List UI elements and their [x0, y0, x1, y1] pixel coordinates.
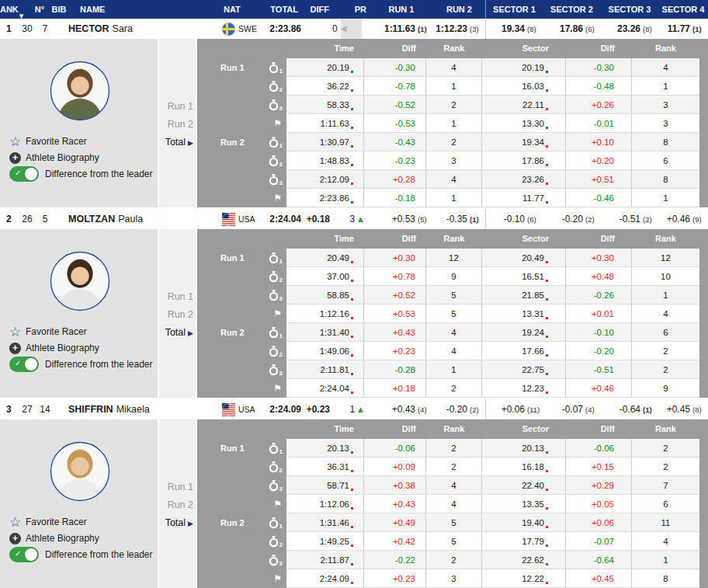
- start-number-value: 30: [19, 19, 36, 39]
- run2-tab[interactable]: Run 2: [165, 116, 193, 134]
- sector-cell: 21.85: [482, 286, 566, 304]
- header-name[interactable]: NAME: [70, 0, 220, 19]
- sector-diff-cell: +0.45: [566, 569, 632, 588]
- header-diff[interactable]: DIFF: [303, 0, 332, 19]
- sweden-flag-icon: [222, 23, 235, 36]
- trend-dot: [546, 489, 548, 491]
- split-time-row: 2 ⚑ 1:48.83 -0.23 3 17.86 +0.20 6: [197, 151, 708, 170]
- sector-rank-cell: 1: [632, 189, 699, 207]
- run2-cell: 1:12.23(3): [433, 19, 485, 39]
- header-bib[interactable]: BIB: [48, 0, 70, 19]
- header-sector2[interactable]: SECTOR 2: [543, 0, 601, 19]
- split-times-header: Time Diff Rank Sector Diff Rank: [197, 39, 708, 58]
- trend-dot: [351, 451, 353, 454]
- trend-dot: [351, 582, 353, 584]
- run2-tab[interactable]: Run 2: [165, 496, 193, 514]
- time-cell: 37.00: [286, 267, 364, 286]
- sector-cell: 22.62: [482, 551, 566, 569]
- racer-detail-panel: ☆Favorite Racer +Athlete Biography ✓Diff…: [0, 229, 708, 398]
- total-tab[interactable]: Total▶: [165, 134, 193, 152]
- time-cell: 2:11.87: [286, 551, 364, 569]
- toggle-knob: [25, 358, 37, 371]
- nation-cell: USA: [220, 399, 262, 419]
- racer-summary-row[interactable]: 2 26 5 MOLTZANPaula USA 2:24.04 +0.18 3▲…: [0, 209, 708, 229]
- run2-tab[interactable]: Run 2: [165, 306, 193, 324]
- split-time-row: 3 ⚑ 2:12.09 +0.28 4 23.26 +0.51 8: [197, 170, 708, 189]
- total-tab[interactable]: Total▶: [165, 324, 193, 343]
- sector-rank-cell: 6: [632, 151, 699, 170]
- split-time-row: 2 ⚑ 37.00 +0.78 9 16.51 +0.48 10: [197, 267, 708, 286]
- favorite-racer-button[interactable]: ☆Favorite Racer: [9, 324, 153, 339]
- pr-cell: 3▲: [332, 209, 370, 229]
- toggle-knob: [25, 168, 37, 180]
- trend-dot: [351, 183, 353, 185]
- rank-cell: 12: [426, 249, 482, 267]
- sector-rank-cell: 12: [632, 249, 699, 267]
- rank-cell: 9: [426, 267, 482, 286]
- split-time-row: 2 ⚑ 1:49.25 +0.42 5 17.79 -0.07 4: [197, 532, 708, 551]
- header-sector3[interactable]: SECTOR 3: [601, 0, 658, 19]
- sector-diff-cell: +0.01: [566, 304, 632, 323]
- header-total[interactable]: TOTAL: [262, 0, 303, 19]
- play-icon: ▶: [188, 520, 193, 527]
- sector-cell: 20.19: [482, 58, 566, 77]
- athlete-biography-label: Athlete Biography: [26, 533, 99, 544]
- trend-dot: [546, 145, 548, 148]
- athlete-biography-button[interactable]: +Athlete Biography: [9, 340, 153, 356]
- pr-trend-icon: ◀: [341, 19, 363, 39]
- finish-flag-icon: ⚑: [273, 499, 282, 509]
- stopwatch-icon: 3: [269, 290, 282, 301]
- run1-tab[interactable]: Run 1: [165, 478, 193, 496]
- toggle-knob: [25, 548, 37, 561]
- total-tab[interactable]: Total▶: [165, 514, 193, 533]
- header-run2[interactable]: RUN 2: [433, 0, 485, 19]
- header-rank[interactable]: RANK▾: [0, 0, 31, 19]
- split-time-row: ⚑ 1:11.63 -0.53 1 13.30 -0.01 3: [197, 114, 708, 133]
- sector-cell: 19.40: [482, 513, 566, 532]
- header-sector4[interactable]: SECTOR 4: [658, 0, 708, 19]
- sector-rank-cell: 2: [632, 360, 699, 379]
- racer-summary-row[interactable]: 3 27 14 SHIFFRINMikaela USA 2:24.09 +0.2…: [0, 399, 708, 419]
- athlete-biography-button[interactable]: +Athlete Biography: [9, 150, 153, 165]
- trend-dot: [546, 164, 548, 166]
- trend-dot: [351, 563, 353, 565]
- header-sector1[interactable]: SECTOR 1: [485, 0, 543, 19]
- sector-cell: 12.23: [482, 379, 566, 398]
- sector-diff-cell: -0.30: [566, 58, 632, 77]
- results-header-bar: RANK▾ N° BIB NAME NAT TOTAL DIFF PR RUN …: [0, 0, 708, 19]
- sector3-cell: 23.26(8): [601, 19, 658, 39]
- sector-cell: 22.40: [482, 476, 566, 495]
- sector-rank-cell: 8: [632, 133, 699, 151]
- diff-cell: -0.43: [364, 133, 426, 151]
- trend-dot: [351, 526, 353, 528]
- sector-cell: 13.31: [482, 304, 566, 323]
- header-pr[interactable]: PR: [332, 0, 370, 19]
- favorite-racer-button[interactable]: ☆Favorite Racer: [9, 514, 153, 530]
- split-time-row: 2 ⚑ 36.22 -0.78 1 16.03 -0.48 1: [197, 77, 708, 96]
- header-run1[interactable]: RUN 1: [370, 0, 433, 19]
- athlete-pane: ☆Favorite Racer +Athlete Biography ✓Diff…: [0, 229, 159, 398]
- run1-tab[interactable]: Run 1: [165, 98, 193, 116]
- difference-toggle[interactable]: ✓: [9, 166, 39, 182]
- run1-tab[interactable]: Run 1: [165, 288, 193, 306]
- plus-icon: +: [9, 343, 21, 354]
- difference-toggle[interactable]: ✓: [9, 547, 39, 562]
- split-time-row: 3 ⚑ 58.33 -0.52 2 22.11 +0.26 3: [197, 96, 708, 114]
- header-number[interactable]: N°: [31, 0, 48, 19]
- racer-summary-row[interactable]: 1 30 7 HECTORSara SWE 2:23.86 0◀ 1:11.63…: [0, 19, 708, 39]
- bib-value: 14: [36, 399, 54, 419]
- diff-cell: +0.23: [364, 342, 426, 360]
- total-diff: +0.23: [303, 399, 332, 419]
- favorite-racer-button[interactable]: ☆Favorite Racer: [9, 134, 153, 149]
- athlete-biography-button[interactable]: +Athlete Biography: [9, 531, 153, 546]
- time-cell: 1:49.06: [286, 342, 364, 360]
- trend-dot: [351, 201, 353, 204]
- star-icon: ☆: [9, 324, 26, 339]
- sector-rank-cell: 1: [632, 286, 699, 304]
- sector-diff-cell: -0.01: [566, 114, 632, 133]
- col-rank: Rank: [426, 39, 482, 58]
- header-nat[interactable]: NAT: [220, 0, 262, 19]
- star-icon: ☆: [9, 134, 26, 149]
- difference-toggle[interactable]: ✓: [9, 357, 39, 372]
- total-diff: [303, 19, 332, 39]
